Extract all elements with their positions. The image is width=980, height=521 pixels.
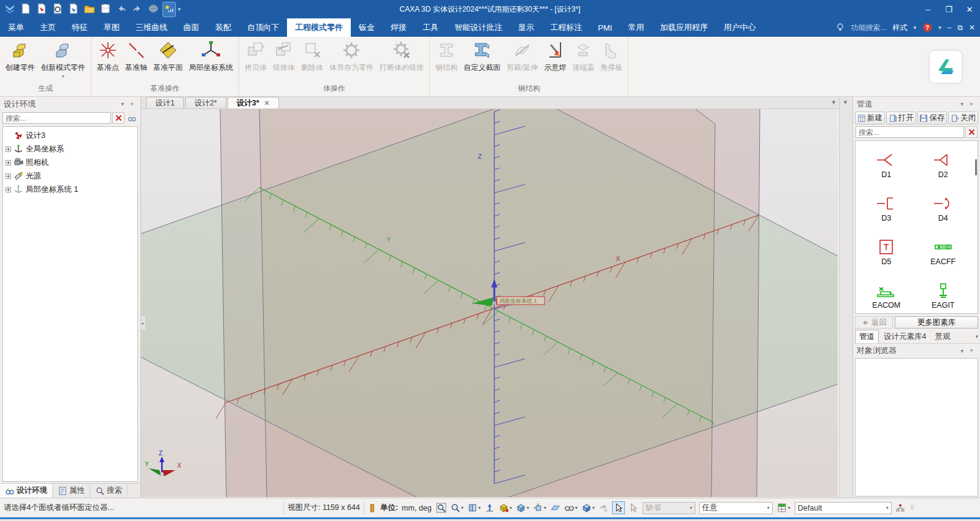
catalog-item-D1[interactable]: D1 <box>858 143 915 187</box>
menu-tab-8[interactable]: 工程模式零件 <box>287 18 351 37</box>
menu-tab-6[interactable]: 装配 <box>207 18 239 37</box>
ribbon-button-1-0[interactable]: 基准点 <box>94 38 122 75</box>
origin-label[interactable]: 局部坐标系统 1 <box>497 297 545 305</box>
doc-tab-1[interactable]: 设计2* <box>185 97 226 108</box>
tree-search-clear-button[interactable] <box>112 112 124 124</box>
style-dropdown-icon[interactable]: ▾ <box>914 25 917 31</box>
style-menu[interactable]: 样式 <box>893 23 908 33</box>
catalog-item-EAGIT[interactable]: EAGIT <box>915 274 972 318</box>
menu-tab-16[interactable]: 常用 <box>620 18 652 37</box>
left-bottom-tab-0[interactable]: 设计环境 <box>0 484 53 498</box>
catalog-pin-icon[interactable]: ⌖ <box>967 101 976 108</box>
expand-icon[interactable] <box>6 173 11 179</box>
tree-item-3[interactable]: 光源 <box>4 169 136 183</box>
maximize-button[interactable]: ❐ <box>938 1 959 17</box>
view-tool-cube-view-icon[interactable]: ▾ <box>515 502 530 514</box>
close-button[interactable]: ✕ <box>959 1 980 17</box>
left-panel-pin-icon[interactable]: ⌖ <box>127 101 137 108</box>
catalog-save-button[interactable]: 保存 <box>917 112 947 124</box>
resize-grip[interactable]: ⠿ <box>910 504 915 511</box>
tree-item-0[interactable]: 设计3 <box>4 129 136 142</box>
browser-dropdown-icon[interactable]: ▾ <box>957 348 967 354</box>
ribbon-button-0-1[interactable]: 创新模式零件▾ <box>38 38 88 81</box>
menu-tab-17[interactable]: 加载应用程序 <box>652 18 716 37</box>
menu-tab-12[interactable]: 智能设计批注 <box>446 18 510 37</box>
catalog-tab-1[interactable]: 设计元素库4 <box>880 330 930 343</box>
dropdown-icon[interactable]: ▾ <box>62 74 64 79</box>
left-panel-dropdown-icon[interactable]: ▾ <box>118 101 127 107</box>
qat-dropdown-icon[interactable]: ▾ <box>178 6 181 12</box>
doc-tab-2[interactable]: 设计3*✕ <box>228 97 279 108</box>
view-tool-cursor-select-icon[interactable] <box>612 501 625 514</box>
expand-icon[interactable] <box>6 160 11 165</box>
left-bottom-tab-2[interactable]: 搜索 <box>90 484 128 498</box>
view-tool-move-body-icon[interactable]: ▾ <box>532 502 547 514</box>
tree-item-4[interactable]: 局部坐标系统 1 <box>4 183 136 196</box>
dropdown-icon[interactable]: ▾ <box>575 505 578 511</box>
catalog-new-button[interactable]: 新建 <box>855 112 885 124</box>
minimize-button[interactable]: – <box>917 1 938 17</box>
dropdown-icon[interactable]: ▾ <box>527 505 529 511</box>
ribbon-button-3-1[interactable]: 自定义截面 <box>461 38 503 75</box>
catalog-scrollbar[interactable] <box>974 142 977 311</box>
ribbon-button-0-0[interactable]: 创建零件 <box>2 38 38 75</box>
catalog-item-D2[interactable]: D2 <box>915 143 972 187</box>
scene-tree-icon[interactable] <box>895 503 905 513</box>
doc-tab-close-icon[interactable]: ✕ <box>264 99 270 107</box>
ribbon-button-1-3[interactable]: 局部坐标系统 <box>186 38 236 75</box>
dropdown-icon[interactable]: ▾ <box>592 505 595 511</box>
menu-tab-11[interactable]: 工具 <box>415 18 446 37</box>
function-search-hint[interactable]: 功能搜索... <box>851 23 887 33</box>
grid-table-button[interactable]: ▾ <box>776 502 791 514</box>
qat-button-open-design-icon[interactable] <box>52 2 64 17</box>
qat-button-undo-icon[interactable] <box>115 2 128 17</box>
catalog-item-D3[interactable]: D3 <box>858 187 915 230</box>
qat-button-import-file-icon[interactable] <box>67 2 80 17</box>
view-tool-visibility-glasses-icon[interactable]: ▾ <box>564 502 578 514</box>
catalog-back-button[interactable]: 返回 <box>855 316 893 329</box>
expand-icon[interactable] <box>6 146 11 152</box>
dropdown-icon[interactable]: ▾ <box>510 505 512 511</box>
help-icon[interactable]: ? <box>922 23 932 32</box>
help-dropdown-icon[interactable]: ▾ <box>938 25 941 31</box>
view-tool-zoom-window-icon[interactable] <box>435 502 447 514</box>
left-splitter-collapse-icon[interactable]: ◂ <box>141 316 145 330</box>
menu-tab-9[interactable]: 钣金 <box>351 18 383 37</box>
menu-tab-1[interactable]: 主页 <box>32 18 64 37</box>
menu-tab-3[interactable]: 草图 <box>96 18 128 37</box>
ribbon-button-1-2[interactable]: 基准平面 <box>150 38 186 75</box>
view-tool-render-cube-icon[interactable]: ▾ <box>581 502 595 514</box>
menu-tab-14[interactable]: 工程标注 <box>542 18 590 37</box>
catalog-search-clear-button[interactable] <box>965 126 978 138</box>
catalog-item-EACOM[interactable]: EACOM <box>858 274 915 318</box>
qat-button-smart-capture-icon[interactable] <box>163 2 175 17</box>
panel-overflow-icon[interactable]: ▼ <box>843 99 848 105</box>
ribbon-button-1-1[interactable]: 基准轴 <box>122 38 150 75</box>
tree-filter-button[interactable] <box>126 112 138 124</box>
expand-icon[interactable] <box>6 187 11 192</box>
menu-tab-13[interactable]: 显示 <box>510 18 542 37</box>
menu-tab-0[interactable]: 菜单 <box>0 18 32 37</box>
ribbon-button-3-3[interactable]: 示意焊 <box>541 38 569 75</box>
catalog-search-input[interactable] <box>856 126 964 138</box>
doc-close-icon[interactable]: ✕ <box>969 23 975 32</box>
tree-item-1[interactable]: 全局坐标系 <box>4 142 136 156</box>
view-tool-plane-view-icon[interactable] <box>549 502 561 514</box>
catalog-dropdown-icon[interactable]: ▾ <box>957 101 967 107</box>
view-tool-iso-cube-icon[interactable]: ▾ <box>498 502 513 514</box>
dropdown-icon[interactable]: ▾ <box>544 505 546 511</box>
right-splitter[interactable]: ▼ <box>839 97 852 498</box>
viewport-3d[interactable]: X Y Z 局部坐标系统 1 <box>141 109 839 498</box>
ribbon-minimize-icon[interactable]: – <box>947 23 952 32</box>
catalog-item-D4[interactable]: D4 <box>915 187 972 230</box>
any-filter-combo[interactable]: 任意▾ <box>699 502 773 514</box>
qat-button-save-icon[interactable] <box>99 2 112 17</box>
left-bottom-tab-1[interactable]: 属性 <box>53 484 90 498</box>
catalog-item-D5[interactable]: D5 <box>858 230 915 274</box>
view-tool-pan-icon[interactable]: ▾ <box>467 502 481 514</box>
menu-tab-5[interactable]: 曲面 <box>175 18 207 37</box>
menu-tab-15[interactable]: PMI <box>590 18 620 37</box>
tree-item-2[interactable]: 照相机 <box>4 156 136 169</box>
catalog-open-button[interactable]: 打开 <box>886 112 916 124</box>
catalog-tab-2[interactable]: 景观 <box>931 330 954 343</box>
